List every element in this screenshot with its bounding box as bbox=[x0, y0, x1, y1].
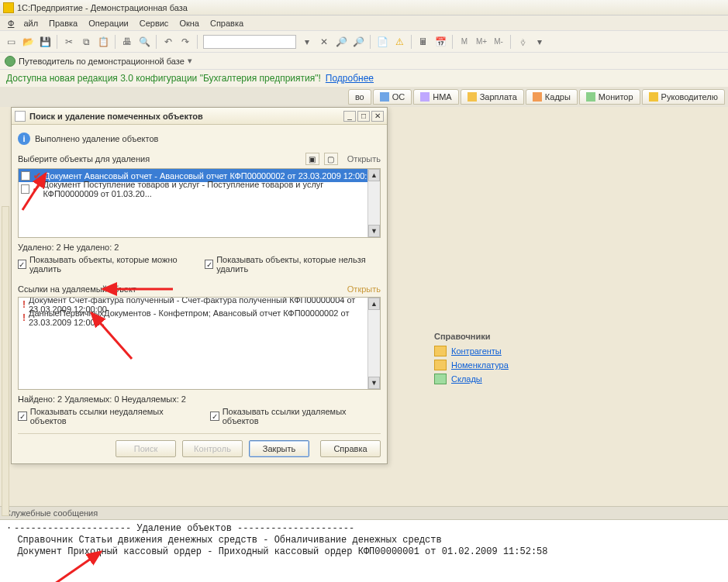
tb-redo-icon[interactable]: ↷ bbox=[178, 34, 193, 50]
tb-new-icon[interactable]: ▭ bbox=[3, 34, 19, 50]
dialog-icon bbox=[15, 111, 26, 122]
ref-item-contragents[interactable]: Контрагенты bbox=[434, 346, 713, 356]
scroll-down-icon[interactable]: ▼ bbox=[368, 225, 380, 237]
menu-windows[interactable]: Окна bbox=[174, 17, 204, 29]
tb-warn-icon[interactable]: ⚠ bbox=[392, 34, 407, 50]
tb-findnext-icon[interactable]: 🔎 bbox=[350, 34, 366, 50]
separator bbox=[197, 35, 198, 49]
tab-nma[interactable]: НМА bbox=[413, 89, 458, 105]
uncheck-all-button[interactable]: ▢ bbox=[324, 153, 338, 165]
tb-m-icon[interactable]: M bbox=[457, 34, 472, 50]
tab-manager[interactable]: Руководителю bbox=[642, 89, 725, 105]
help-button[interactable]: Справка bbox=[320, 440, 381, 457]
scroll-down-icon[interactable]: ▼ bbox=[368, 377, 380, 389]
tb-copy-icon[interactable]: ⧉ bbox=[78, 34, 94, 50]
dialog-body: i Выполнено удаление объектов Выберите о… bbox=[12, 125, 387, 463]
checkbox-icon[interactable] bbox=[18, 412, 27, 421]
menu-file[interactable]: Файл bbox=[3, 17, 43, 29]
scroll-up-icon[interactable]: ▲ bbox=[368, 298, 380, 310]
eye-icon bbox=[586, 92, 595, 102]
tab-label: НМА bbox=[433, 92, 451, 102]
tb-undo-icon[interactable]: ↶ bbox=[160, 34, 176, 50]
tab-salary[interactable]: Зарплата bbox=[461, 89, 524, 105]
check-all-button[interactable]: ▣ bbox=[305, 153, 319, 165]
ref-item-nomenclature[interactable]: Номенклатура bbox=[434, 360, 713, 370]
tb-style-drop-icon[interactable]: ▾ bbox=[532, 34, 547, 50]
checkbox-icon[interactable] bbox=[205, 260, 213, 269]
tb-calendar-icon[interactable]: 📅 bbox=[433, 34, 448, 50]
row-checkbox[interactable] bbox=[21, 184, 29, 194]
tb-print-icon[interactable]: 🖶 bbox=[119, 34, 135, 50]
chk-refs-nonremovable[interactable]: Показывать ссылки неудаляемых объектов bbox=[18, 407, 198, 425]
person-icon bbox=[533, 92, 542, 102]
scrollbar[interactable]: ▲ ▼ bbox=[367, 298, 380, 389]
tb-open-icon[interactable]: 📂 bbox=[20, 34, 36, 50]
update-notice: Доступна новая редакция 3.0 конфигурации… bbox=[0, 70, 728, 87]
tb-calc-icon[interactable]: 🖩 bbox=[416, 34, 431, 50]
ref-item-warehouses[interactable]: Склады bbox=[434, 374, 713, 384]
folder-icon bbox=[434, 360, 447, 370]
service-messages-body[interactable]: ·--------------------- Удаление объектов… bbox=[0, 520, 728, 582]
objects-listbox[interactable]: ✔ Документ Авансовый отчет - Авансовый о… bbox=[18, 168, 381, 238]
tb-clear-icon[interactable]: ✕ bbox=[316, 34, 332, 50]
notice-link[interactable]: Подробнее bbox=[326, 73, 374, 84]
objects-filters: Показывать объекты, которые можно удалит… bbox=[18, 255, 381, 274]
close-dialog-button[interactable]: Закрыть bbox=[249, 440, 309, 457]
menu-help[interactable]: Справка bbox=[205, 17, 248, 29]
scrollbar[interactable]: ▲ ▼ bbox=[367, 169, 380, 237]
guide-label[interactable]: Путеводитель по демонстрационной базе bbox=[19, 57, 185, 66]
refs-status: Найдено: 2 Удаляемых: 0 Неудаляемых: 2 bbox=[18, 394, 381, 404]
refs-label: Ссылки на удаляемый объект bbox=[18, 284, 136, 294]
ref-link[interactable]: Контрагенты bbox=[451, 346, 502, 356]
tb-preview-icon[interactable]: 🔍 bbox=[136, 34, 152, 50]
chk-label: Показывать ссылки удаляемых объектов bbox=[223, 407, 381, 425]
info-row: i Выполнено удаление объектов bbox=[18, 133, 381, 145]
check-button[interactable]: Контроль bbox=[182, 440, 243, 457]
list-item[interactable]: ! ДанныеПервичныхДокументов - Конфетпром… bbox=[19, 311, 380, 324]
chk-label: Показывать объекты, которые нельзя удали… bbox=[216, 255, 381, 274]
tb-mminus-icon[interactable]: M- bbox=[491, 34, 506, 50]
tab-label: Монитор bbox=[599, 92, 633, 102]
search-button[interactable]: Поиск bbox=[116, 440, 176, 457]
scroll-track[interactable] bbox=[368, 181, 380, 225]
guide-chevron-icon[interactable]: ▾ bbox=[188, 56, 192, 66]
tb-cut-icon[interactable]: ✂ bbox=[61, 34, 77, 50]
close-button[interactable]: ✕ bbox=[371, 111, 384, 122]
toolbar-search-input[interactable] bbox=[203, 35, 296, 49]
chk-removable[interactable]: Показывать объекты, которые можно удалит… bbox=[18, 255, 192, 274]
tab-personnel[interactable]: Кадры bbox=[526, 89, 578, 105]
minimize-button[interactable]: _ bbox=[343, 111, 356, 122]
tb-find-icon[interactable]: 🔎 bbox=[333, 34, 349, 50]
separator bbox=[115, 35, 116, 49]
tb-save-icon[interactable]: 💾 bbox=[37, 34, 53, 50]
tb-dropdown-icon[interactable]: ▾ bbox=[299, 34, 315, 50]
delete-marked-dialog: Поиск и удаление помеченных объектов _ □… bbox=[11, 107, 388, 464]
tab-os[interactable]: ОС bbox=[373, 89, 412, 105]
separator bbox=[370, 35, 371, 49]
tb-paste-icon[interactable]: 📋 bbox=[95, 34, 111, 50]
checkbox-icon[interactable] bbox=[18, 260, 26, 269]
ref-link[interactable]: Склады bbox=[451, 374, 482, 384]
tb-doclist-icon[interactable]: 📄 bbox=[374, 34, 390, 50]
scroll-track[interactable] bbox=[368, 310, 380, 377]
refs-listbox[interactable]: ! Документ Счет-фактура полученный - Сче… bbox=[18, 297, 381, 390]
tb-style-icon[interactable]: ⎀ bbox=[515, 34, 530, 50]
row-checkbox[interactable] bbox=[21, 171, 30, 181]
separator bbox=[510, 35, 511, 49]
open-link-2[interactable]: Открыть bbox=[347, 284, 381, 294]
tb-mplus-icon[interactable]: M+ bbox=[474, 34, 489, 50]
list-item[interactable]: ✔ Документ Поступление товаров и услуг -… bbox=[19, 182, 380, 195]
chk-refs-removable[interactable]: Показывать ссылки удаляемых объектов bbox=[210, 407, 381, 425]
open-link[interactable]: Открыть bbox=[347, 154, 381, 164]
menu-edit[interactable]: Правка bbox=[44, 17, 82, 29]
menu-operations[interactable]: Операции bbox=[84, 17, 133, 29]
chk-nonremovable[interactable]: Показывать объекты, которые нельзя удали… bbox=[205, 255, 381, 274]
ref-link[interactable]: Номенклатура bbox=[451, 360, 509, 370]
menu-service[interactable]: Сервис bbox=[135, 17, 174, 29]
checkbox-icon[interactable] bbox=[210, 412, 219, 421]
box-icon bbox=[434, 374, 447, 384]
tab-monitor[interactable]: Монитор bbox=[579, 89, 640, 105]
scroll-up-icon[interactable]: ▲ bbox=[368, 169, 380, 181]
maximize-button[interactable]: □ bbox=[357, 111, 370, 122]
tab-partial[interactable]: во bbox=[348, 89, 371, 105]
